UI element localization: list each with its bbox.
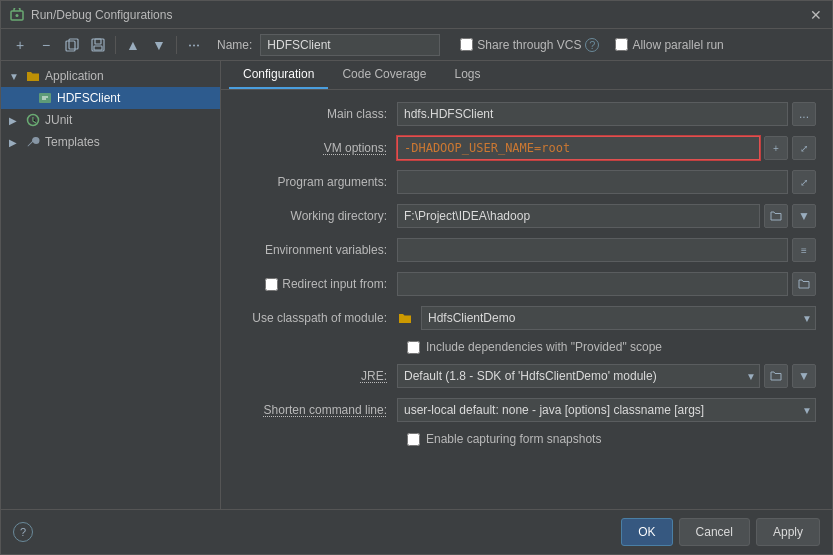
close-button[interactable]: ✕ [808,7,824,23]
jre-row: JRE: Default (1.8 - SDK of 'HdfsClientDe… [237,364,816,388]
shorten-cmd-select[interactable]: user-local default: none - java [options… [397,398,816,422]
redirect-input-label: Redirect input from: [282,277,387,291]
save-button[interactable] [87,34,109,56]
sidebar-item-label-application: Application [45,69,104,83]
use-classpath-control: HdfsClientDemo ▼ [397,306,816,330]
sidebar-item-templates[interactable]: ▶ Templates [1,131,220,153]
share-vcs-checkbox[interactable] [460,38,473,51]
working-dir-folder-button[interactable] [764,204,788,228]
shorten-cmd-select-wrapper: user-local default: none - java [options… [397,398,816,422]
main-class-row: Main class: ... [237,102,816,126]
enable-snapshots-row: Enable capturing form snapshots [237,432,816,446]
environment-variables-control: ≡ [397,238,816,262]
vm-options-control: + ⤢ [397,136,816,160]
more-button[interactable] [183,34,205,56]
move-down-button[interactable]: ▼ [148,34,170,56]
environment-variables-row: Environment variables: ≡ [237,238,816,262]
cancel-button[interactable]: Cancel [679,518,750,546]
application-folder-icon [25,68,41,84]
add-button[interactable]: + [9,34,31,56]
enable-snapshots-checkbox[interactable] [407,433,420,446]
redirect-input-control [397,272,816,296]
tab-code-coverage[interactable]: Code Coverage [328,61,440,89]
main-class-label: Main class: [237,107,397,121]
share-vcs-help: ? [585,38,599,52]
vm-options-row: VM options: + ⤢ [237,136,816,160]
tab-configuration[interactable]: Configuration [229,61,328,89]
environment-variables-input[interactable] [397,238,788,262]
svg-rect-5 [95,39,101,44]
jre-folder-button[interactable] [764,364,788,388]
share-vcs-label: Share through VCS [477,38,581,52]
name-label: Name: [217,38,252,52]
content-area: ▼ Application HDFSClient ▶ JUnit [1,61,832,509]
working-dir-dropdown-button[interactable]: ▼ [792,204,816,228]
redirect-folder-button[interactable] [792,272,816,296]
sidebar-item-junit[interactable]: ▶ JUnit [1,109,220,131]
main-class-input[interactable] [397,102,788,126]
use-classpath-label: Use classpath of module: [237,311,397,325]
allow-parallel-checkbox[interactable] [615,38,628,51]
apply-button[interactable]: Apply [756,518,820,546]
svg-rect-7 [189,44,191,46]
svg-rect-8 [193,44,195,46]
bottom-bar: ? OK Cancel Apply [1,509,832,554]
sidebar-item-application[interactable]: ▼ Application [1,65,220,87]
sidebar-item-label-junit: JUnit [45,113,72,127]
jre-select-wrapper: Default (1.8 - SDK of 'HdfsClientDemo' m… [397,364,760,388]
junit-icon [25,112,41,128]
sidebar-item-label-templates: Templates [45,135,100,149]
working-directory-input[interactable] [397,204,760,228]
jre-control: Default (1.8 - SDK of 'HdfsClientDemo' m… [397,364,816,388]
expand-arrow-templates: ▶ [9,137,21,148]
classpath-select-wrapper: HdfsClientDemo ▼ [421,306,816,330]
vm-expand-button[interactable]: + [764,136,788,160]
ok-button[interactable]: OK [621,518,672,546]
jre-dropdown-button[interactable]: ▼ [792,364,816,388]
move-up-button[interactable]: ▲ [122,34,144,56]
program-arguments-label: Program arguments: [237,175,397,189]
shorten-cmdline-control: user-local default: none - java [options… [397,398,816,422]
env-browse-button[interactable]: ≡ [792,238,816,262]
toolbar: + − ▲ ▼ Name: Share through VCS ? Allow … [1,29,832,61]
sidebar-item-label-hdfsclient: HDFSClient [57,91,120,105]
vm-expand2-button[interactable]: ⤢ [792,136,816,160]
sidebar-item-hdfsclient[interactable]: HDFSClient [1,87,220,109]
include-deps-checkbox[interactable] [407,341,420,354]
jre-label: JRE: [237,369,397,383]
title-bar-icon [9,7,25,23]
main-class-browse-button[interactable]: ... [792,102,816,126]
prog-expand-button[interactable]: ⤢ [792,170,816,194]
svg-point-1 [16,14,19,17]
help-button[interactable]: ? [13,522,33,542]
svg-rect-6 [94,46,102,50]
share-vcs-row: Share through VCS ? [460,38,599,52]
copy-button[interactable] [61,34,83,56]
sidebar: ▼ Application HDFSClient ▶ JUnit [1,61,221,509]
remove-button[interactable]: − [35,34,57,56]
working-directory-control: ▼ [397,204,816,228]
redirect-input-row: Redirect input from: [237,272,816,296]
svg-rect-9 [197,44,199,46]
classpath-select[interactable]: HdfsClientDemo [421,306,816,330]
name-input[interactable] [260,34,440,56]
redirect-input-field[interactable] [397,272,788,296]
program-arguments-row: Program arguments: ⤢ [237,170,816,194]
working-directory-row: Working directory: ▼ [237,204,816,228]
environment-variables-label: Environment variables: [237,243,397,257]
vm-options-input[interactable] [397,136,760,160]
expand-arrow: ▼ [9,71,21,82]
shorten-cmdline-row: Shorten command line: user-local default… [237,398,816,422]
main-class-control: ... [397,102,816,126]
program-arguments-input[interactable] [397,170,788,194]
run-debug-dialog: Run/Debug Configurations ✕ + − ▲ ▼ Name:… [0,0,833,555]
svg-rect-10 [39,93,51,103]
jre-select[interactable]: Default (1.8 - SDK of 'HdfsClientDemo' m… [397,364,760,388]
redirect-input-checkbox[interactable] [265,278,278,291]
include-deps-label: Include dependencies with "Provided" sco… [426,340,662,354]
use-classpath-row: Use classpath of module: HdfsClientDemo … [237,306,816,330]
hdfsclient-icon [37,90,53,106]
allow-parallel-label: Allow parallel run [632,38,723,52]
program-arguments-control: ⤢ [397,170,816,194]
tab-logs[interactable]: Logs [440,61,494,89]
